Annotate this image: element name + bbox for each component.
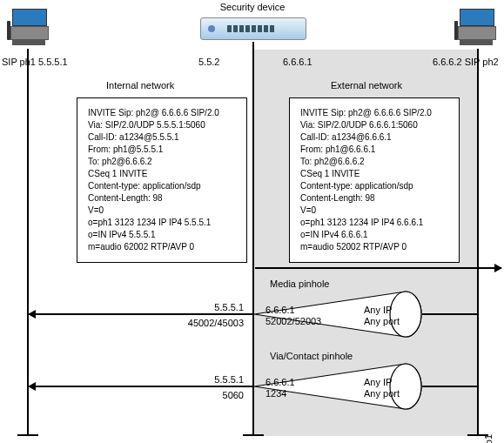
via-right-seg: 6.6.6.11234 <box>265 377 295 399</box>
msg-line: Call-ID: a1234@6.6.6.1 <box>300 131 448 144</box>
switch-ip-left: 5.5.2 <box>198 57 219 67</box>
media-cone-line <box>422 313 477 315</box>
msg-line: Content-type: application/sdp <box>300 180 448 192</box>
msg-line: INVITE Sip: ph2@ 6.6.6.6 SIP/2.0 <box>88 107 236 119</box>
msg-line: CSeq 1 INVITE <box>88 168 236 180</box>
msg-line: Via: SIP/2.0/UDP 5.5.5.1:5060 <box>88 119 236 131</box>
left-phone-label: SIP ph1 5.5.5.1 <box>2 57 68 67</box>
via-left-ip: 5.5.5.1 <box>157 374 244 385</box>
lifeline-ph2 <box>477 49 479 436</box>
external-network-label: External network <box>331 80 402 91</box>
media-left-ports: 45002/45003 <box>157 318 244 328</box>
figure-reference: SIP_NAT_Scenario1 <box>483 434 494 443</box>
media-right-seg: 6.6.6.152002/52003 <box>265 305 321 327</box>
media-left-seg: 5.5.5.1 <box>157 302 244 312</box>
msg-line: m=audio 52002 RTP/AVP 0 <box>300 241 448 253</box>
msg-line: m=audio 62002 RTP/AVP 0 <box>88 241 236 253</box>
media-pinhole-label: Media pinhole <box>270 279 330 289</box>
internal-network-label: Internal network <box>106 80 174 91</box>
msg-line: o=IN IPv4 6.6.6.1 <box>300 229 448 241</box>
lifeline-ph1 <box>27 49 29 436</box>
via-left-port: 5060 <box>157 390 244 400</box>
via-arrow-left <box>29 386 253 387</box>
msg-line: From: ph1@5.5.5.1 <box>88 144 236 156</box>
msg-line: Via: SIP/2.0/UDP 6.6.6.1:5060 <box>300 119 448 131</box>
arrow-invite-right <box>255 267 501 269</box>
msg-line: To: ph2@6.6.6.2 <box>88 156 236 168</box>
security-device-icon <box>200 17 306 40</box>
via-cone-line <box>422 386 477 387</box>
title: Security device <box>174 2 331 12</box>
msg-line: o=ph1 3123 1234 IP IP4 5.5.5.1 <box>88 217 236 229</box>
msg-line: INVITE Sip: ph2@ 6.6.6.6 SIP/2.0 <box>300 107 448 119</box>
diagram-canvas: Security device SIP ph1 5.5.5.1 6.6.6.2 … <box>0 0 504 443</box>
internal-sip-message: INVITE Sip: ph2@ 6.6.6.6 SIP/2.0 Via: SI… <box>77 97 247 263</box>
media-any-ip: Any IPAny port <box>364 305 400 327</box>
msg-line: Content-Length: 98 <box>300 192 448 205</box>
phone-right-icon <box>454 9 498 45</box>
right-phone-label: 6.6.6.2 SIP ph2 <box>433 57 499 67</box>
msg-line: o=IN IPv4 5.5.5.1 <box>88 229 236 241</box>
msg-line: Content-Length: 98 <box>88 192 236 205</box>
via-any-ip: Any IPAny port <box>364 377 400 399</box>
msg-line: Call-ID: a1234@5.5.5.1 <box>88 131 236 144</box>
switch-ip-right: 6.6.6.1 <box>283 57 312 67</box>
msg-line: o=ph1 3123 1234 IP IP4 6.6.6.1 <box>300 217 448 229</box>
msg-line: From: ph1@6.6.6.1 <box>300 144 448 156</box>
media-arrow-left <box>29 313 253 315</box>
msg-line: To: ph2@6.6.6.2 <box>300 156 448 168</box>
msg-line: CSeq 1 INVITE <box>300 168 448 180</box>
msg-line: V=0 <box>300 205 448 217</box>
msg-line: V=0 <box>88 205 236 217</box>
phone-left-icon <box>7 9 50 45</box>
msg-line: Content-type: application/sdp <box>88 180 236 192</box>
external-sip-message: INVITE Sip: ph2@ 6.6.6.6 SIP/2.0 Via: SI… <box>289 97 460 263</box>
via-pinhole-label: Via/Contact pinhole <box>270 351 353 361</box>
